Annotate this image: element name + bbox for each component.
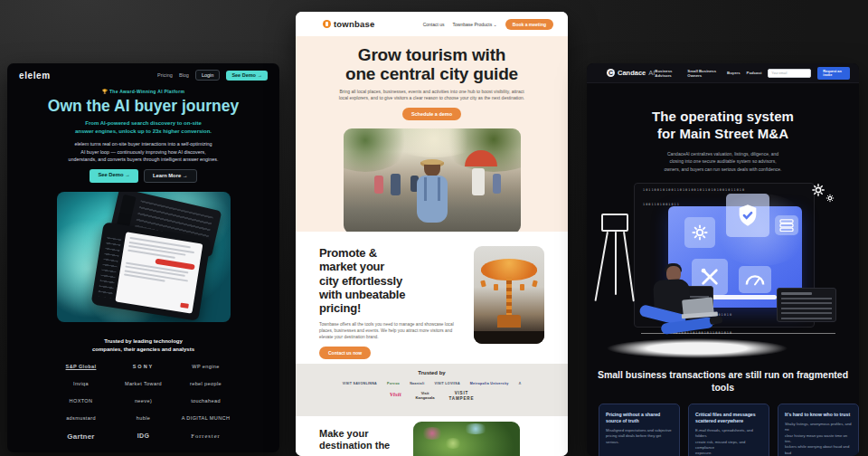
client-logo: neeve) <box>115 398 173 404</box>
elelem-hero-image <box>57 192 231 322</box>
elelem-nav: Pricing Blog Login See Demo → <box>157 70 268 81</box>
townbase-header: townbase Contact us Townbase Products ⌄ … <box>296 12 568 36</box>
card-body: Misaligned expectations and subjective p… <box>606 428 673 445</box>
tablet-front <box>90 222 211 321</box>
client-logo: Market Toward <box>115 381 173 386</box>
nav-small-business-owners[interactable]: Small Business Owners <box>687 69 721 78</box>
elelem-logo: elelem <box>19 71 51 81</box>
partner-logo: Λ <box>519 382 522 385</box>
partner-logo: Porvoo <box>387 382 400 385</box>
townbase-brand: townbase <box>334 19 374 29</box>
see-demo-cta[interactable]: See Demo → <box>90 169 137 183</box>
crowd-person <box>493 174 501 194</box>
easel-leg <box>594 232 609 301</box>
partner-logo: VISIT LOVIISA <box>435 382 460 385</box>
partner-logo: Metropolia University <box>470 382 509 385</box>
elelem-hero-body: elelem turns real on-site buyer interact… <box>7 140 279 164</box>
crowd-person <box>472 168 485 195</box>
learn-more-cta[interactable]: Learn More → <box>144 169 197 183</box>
card-title: It's hard to know who to trust <box>785 412 852 418</box>
easel-leg <box>623 232 635 302</box>
card-pricing: Pricing without a shared source of truth… <box>599 404 680 456</box>
gear-icon <box>826 194 835 203</box>
request-invite-button[interactable]: Request an invite <box>817 67 850 80</box>
easel-head <box>601 214 628 232</box>
email-input[interactable] <box>768 69 811 78</box>
client-logo: huble <box>115 415 173 421</box>
nav-townbase-products[interactable]: Townbase Products ⌄ <box>453 22 497 27</box>
chat-send-button <box>180 303 189 309</box>
shield-check-icon <box>735 203 760 228</box>
server-tile <box>775 215 798 235</box>
silhouette-band <box>474 331 544 344</box>
client-logo: Forrester <box>177 432 235 441</box>
schedule-demo-button[interactable]: Schedule a demo <box>402 108 461 120</box>
client-logo: adsmustard <box>52 415 110 421</box>
candace-logo-icon: C <box>607 69 615 77</box>
townbase-logo: townbase <box>323 19 374 29</box>
contact-us-now-button[interactable]: Contact us now <box>319 347 371 359</box>
partner-logo-row-1: VISIT SAVONLINNA Porvoo Naantali VISIT L… <box>296 382 568 385</box>
trusted-heading: Trusted by leading technology companies,… <box>7 337 279 354</box>
gauge-icon <box>745 272 765 287</box>
client-logo: Inviqa <box>52 381 110 386</box>
partner-logo: Naantali <box>410 382 424 385</box>
partner-logo-row-2: Visit Visit Kangasala VISIT TAMPERE <box>296 391 568 401</box>
woman-with-hat <box>414 159 450 233</box>
elelem-hero-subtitle: From AI-powered search discovery to on-s… <box>7 119 279 136</box>
card-trust: It's hard to know who to trust Shaky lis… <box>778 404 859 456</box>
elelem-cta-row: See Demo → Learn More → <box>7 169 279 183</box>
candace-nav: Business Advisors Small Business Owners … <box>655 67 850 80</box>
client-logo: S&P Global <box>52 364 110 369</box>
carousel-base <box>497 315 521 328</box>
candace-brand-suffix: AI <box>648 69 655 77</box>
client-logo: touchahead <box>177 398 235 404</box>
candace-ai-screenshot: C Candace AI Business Advisors Small Bus… <box>587 63 859 456</box>
chat-widget-card <box>115 232 203 313</box>
client-logo: A DIGITAL MUNCH <box>177 415 235 421</box>
partner-logo: Visit Kangasala <box>416 391 435 400</box>
fragmented-tools-heading: Small business transactions are still ru… <box>587 369 859 394</box>
green-nature-photo <box>413 422 520 456</box>
elelem-hero-title: Own the AI buyer journey <box>7 97 279 116</box>
street-market-photo <box>344 128 521 233</box>
book-meeting-button[interactable]: Book a meeting <box>505 19 553 30</box>
townbase-screenshot: townbase Contact us Townbase Products ⌄ … <box>296 12 568 456</box>
see-demo-button[interactable]: See Demo → <box>226 71 268 81</box>
shield-tile <box>726 194 769 237</box>
townbase-promo-section: Promote & market your city effortlessly … <box>296 232 568 364</box>
nav-buyers[interactable]: Buyers <box>727 71 741 75</box>
person-with-laptop <box>634 266 733 349</box>
client-logo: HOXTON <box>52 398 110 404</box>
nav-podcast[interactable]: Podcast <box>747 71 762 75</box>
candace-illustration: 101100101001101010010110101001011010 100… <box>587 179 859 367</box>
townbase-trusted-section: Trusted by VISIT SAVONLINNA Porvoo Naant… <box>296 364 568 416</box>
candace-logo: C Candace AI <box>607 69 655 77</box>
binary-code-text: 101100101001101010010110101001011010 <box>643 188 745 192</box>
client-logo: IDG <box>115 432 173 441</box>
nav-blog[interactable]: Blog <box>179 72 189 78</box>
nav-contact-us[interactable]: Contact us <box>423 22 445 27</box>
gears-tile <box>684 217 715 248</box>
login-button[interactable]: Login <box>195 70 220 81</box>
landing-pages-gallery: elelem Pricing Blog Login See Demo → 🏆 T… <box>0 0 868 456</box>
gear-icon <box>811 183 826 197</box>
elelem-screenshot: elelem Pricing Blog Login See Demo → 🏆 T… <box>7 63 279 452</box>
trusted-by-label: Trusted by <box>296 370 568 375</box>
townbase-logo-icon <box>323 20 331 28</box>
card-files: Critical files and messages scattered ev… <box>688 404 769 456</box>
gauge-tile <box>739 266 771 293</box>
card-title: Pricing without a shared source of truth <box>606 412 673 424</box>
townbase-hero-subtitle: Bring all local places, businesses, even… <box>296 89 568 103</box>
nav-pricing[interactable]: Pricing <box>157 72 173 78</box>
gear-icon <box>691 223 709 242</box>
partner-logo: VISIT SAVONLINNA <box>343 382 377 385</box>
laptop <box>682 297 714 318</box>
card-title: Critical files and messages scattered ev… <box>695 412 762 424</box>
easel-leg <box>615 232 617 295</box>
partner-logo: VISIT TAMPERE <box>449 391 475 401</box>
client-logo: Gartner <box>52 432 110 441</box>
nav-business-advisors[interactable]: Business Advisors <box>655 69 681 78</box>
client-logo: rebel people <box>177 381 235 386</box>
candace-hero-title: The operating system for Main Street M&A <box>587 109 859 143</box>
